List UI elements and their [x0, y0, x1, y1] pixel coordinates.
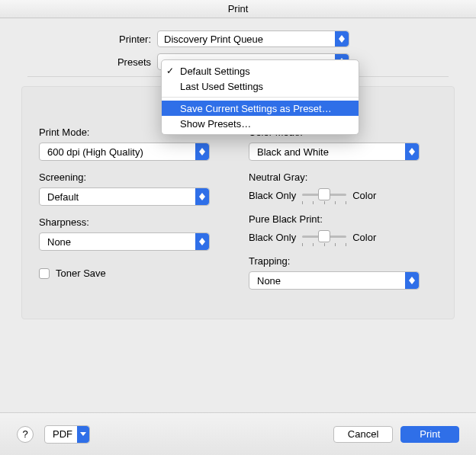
menu-item-label: Save Current Settings as Preset… — [180, 103, 332, 114]
toner-save-label: Toner Save — [56, 268, 106, 279]
printer-label: Printer: — [27, 34, 157, 45]
color-mode-value: Black and White — [257, 146, 329, 158]
updown-icon — [405, 143, 419, 160]
preset-item-last-used[interactable]: Last Used Settings — [162, 79, 359, 94]
pure-black-left: Black Only — [249, 232, 296, 243]
color-mode-select[interactable]: Black and White — [249, 143, 420, 161]
trapping-value: None — [257, 275, 281, 287]
updown-icon — [195, 143, 209, 160]
updown-icon — [335, 31, 349, 46]
neutral-gray-right: Color — [352, 190, 376, 201]
menu-item-label: Show Presets… — [180, 118, 251, 130]
menu-separator — [162, 97, 359, 98]
preset-item-default[interactable]: ✓ Default Settings — [162, 63, 359, 79]
pdf-menu[interactable]: PDF — [44, 425, 90, 444]
svg-marker-7 — [199, 197, 205, 200]
toner-save-checkbox[interactable] — [39, 268, 50, 279]
print-mode-value: 600 dpi (High Quality) — [47, 146, 143, 158]
preset-item-save-as[interactable]: Save Current Settings as Preset… — [162, 101, 359, 116]
svg-marker-13 — [409, 280, 415, 284]
presets-label: Presets — [27, 56, 157, 68]
presets-dropdown: ✓ Default Settings Last Used Settings Sa… — [161, 59, 359, 135]
updown-icon — [195, 233, 209, 250]
checkmark-icon: ✓ — [166, 66, 174, 76]
menu-item-label: Default Settings — [180, 66, 250, 77]
chevron-down-icon — [77, 426, 89, 443]
printer-select[interactable]: Discovery Print Queue — [157, 30, 349, 47]
svg-marker-14 — [80, 432, 86, 436]
svg-marker-9 — [199, 242, 205, 245]
screening-label: Screening: — [39, 171, 227, 183]
help-button[interactable]: ? — [17, 426, 34, 443]
screening-select[interactable]: Default — [39, 187, 210, 206]
neutral-gray-label: Neutral Gray: — [249, 171, 437, 183]
updown-icon — [195, 188, 209, 205]
trapping-select[interactable]: None — [249, 271, 420, 290]
pure-black-label: Pure Black Print: — [249, 213, 437, 225]
sharpness-label: Sharpness: — [39, 216, 227, 228]
pure-black-right: Color — [352, 232, 376, 243]
print-mode-select[interactable]: 600 dpi (High Quality) — [39, 143, 210, 161]
menu-item-label: Last Used Settings — [180, 81, 263, 92]
print-button[interactable]: Print — [400, 426, 459, 443]
sharpness-value: None — [47, 236, 71, 248]
svg-marker-11 — [409, 152, 415, 155]
neutral-gray-slider[interactable] — [302, 187, 346, 203]
screening-value: Default — [47, 191, 79, 203]
trapping-label: Trapping: — [249, 255, 437, 267]
preset-item-show[interactable]: Show Presets… — [162, 116, 359, 131]
pdf-label: PDF — [53, 428, 72, 440]
svg-marker-1 — [339, 39, 345, 43]
sharpness-select[interactable]: None — [39, 232, 210, 251]
updown-icon — [405, 272, 419, 289]
window-title: Print — [0, 0, 476, 18]
printer-value: Discovery Print Queue — [164, 34, 263, 45]
pure-black-slider[interactable] — [302, 229, 346, 245]
neutral-gray-left: Black Only — [249, 190, 296, 201]
svg-marker-5 — [199, 152, 205, 155]
cancel-button[interactable]: Cancel — [333, 426, 393, 443]
